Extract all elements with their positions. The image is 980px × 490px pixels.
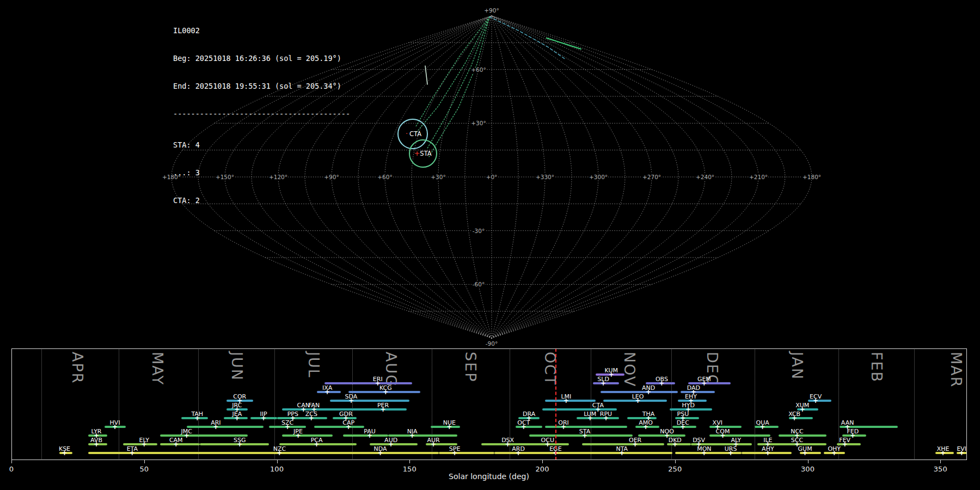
activity-chart: APRMAYJUNJULAUGSEPOCTNOVDECJANFEBMARKUM+… <box>0 0 980 490</box>
x-tick <box>940 460 941 463</box>
x-tick-label: 350 <box>934 465 947 473</box>
x-tick <box>277 460 278 463</box>
x-tick <box>675 460 676 463</box>
x-tick <box>144 460 145 463</box>
x-tick-label: 300 <box>801 465 814 473</box>
x-tick-label: 50 <box>139 465 149 473</box>
x-tick <box>808 460 808 463</box>
x-tick-label: 100 <box>270 465 284 473</box>
x-tick-label: 150 <box>403 465 416 473</box>
x-tick-label: 0 <box>9 465 14 473</box>
x-tick <box>542 460 543 463</box>
x-tick-label: 250 <box>668 465 682 473</box>
x-tick-label: 200 <box>536 465 549 473</box>
x-axis-title: Solar longitude (deg) <box>449 472 529 481</box>
chart-frame <box>11 348 967 460</box>
x-tick <box>11 460 12 463</box>
x-tick <box>409 460 410 463</box>
